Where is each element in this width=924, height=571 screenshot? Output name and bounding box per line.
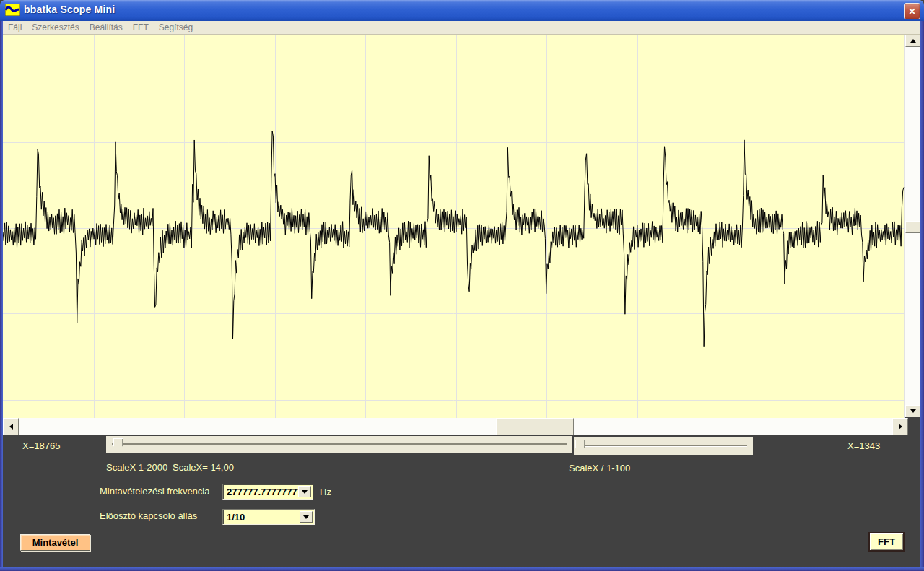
chevron-down-icon — [303, 515, 309, 522]
menu-fft[interactable]: FFT — [128, 22, 154, 32]
fft-button-label: FFT — [878, 536, 895, 547]
sample-button[interactable]: Mintavétel — [20, 534, 90, 551]
arrow-down-icon — [910, 409, 916, 416]
app-waveform-icon — [5, 4, 20, 16]
arrow-up-icon — [910, 36, 916, 43]
oscilloscope-display — [3, 35, 905, 418]
waveform-canvas — [3, 35, 905, 418]
scalex-div-slider-thumb[interactable] — [575, 440, 585, 453]
dropdown-button[interactable] — [300, 511, 313, 523]
window-title: bbatka Scope Mini — [24, 4, 115, 15]
scalex-slider-thumb[interactable] — [113, 438, 123, 451]
menu-settings[interactable]: Beállítás — [84, 22, 128, 32]
dropdown-button[interactable] — [298, 486, 311, 497]
scroll-left-button[interactable] — [3, 418, 19, 435]
slider-groove — [580, 445, 747, 447]
arrow-right-icon — [899, 424, 905, 430]
scroll-up-button[interactable] — [905, 35, 920, 47]
fft-button[interactable]: FFT — [868, 532, 905, 552]
scalex-range-label: ScaleX 1-2000 — [106, 462, 167, 473]
slider-groove — [112, 443, 567, 445]
scalex-slider[interactable] — [106, 436, 572, 453]
close-button[interactable]: ✕ — [904, 3, 920, 19]
sampling-frequency-combobox[interactable]: 277777.77777777 — [222, 484, 313, 500]
divider-switch-value: 1/10 — [227, 512, 245, 523]
window-border-right — [920, 21, 924, 567]
sampling-frequency-value: 277777.77777777 — [227, 487, 302, 497]
horizontal-scrollbar[interactable] — [3, 418, 908, 435]
scroll-right-button[interactable] — [892, 418, 908, 435]
chevron-down-icon — [302, 490, 308, 497]
vertical-scroll-thumb[interactable] — [905, 221, 920, 233]
menu-file[interactable]: Fájl — [3, 22, 27, 32]
arrow-left-icon — [6, 424, 13, 430]
sampling-frequency-label: Mintavételezési frekvencia — [100, 486, 209, 497]
hz-unit-label: Hz — [320, 487, 331, 497]
scalex-div-label: ScaleX / 1-100 — [569, 463, 630, 474]
x-position-left-label: X=18765 — [22, 440, 60, 451]
scalex-div-slider[interactable] — [574, 437, 753, 455]
title-bar[interactable]: bbatka Scope Mini ✕ — [0, 0, 924, 21]
menu-bar: Fájl Szerkesztés Beállítás FFT Segítség — [3, 21, 920, 35]
horizontal-scroll-thumb[interactable] — [496, 418, 574, 435]
scroll-down-button[interactable] — [905, 405, 920, 417]
x-position-right-label: X=1343 — [847, 440, 880, 451]
vertical-scrollbar[interactable] — [905, 35, 920, 417]
close-icon: ✕ — [908, 6, 915, 17]
menu-edit[interactable]: Szerkesztés — [27, 22, 84, 32]
scalex-value-label: ScaleX= 14,00 — [173, 462, 234, 473]
menu-help[interactable]: Segítség — [154, 22, 198, 32]
sample-button-label: Mintavétel — [32, 537, 79, 548]
divider-switch-combobox[interactable]: 1/10 — [222, 509, 315, 525]
window-border-bottom — [0, 567, 924, 571]
scope-mini-window: { "window": { "title": "bbatka Scope Min… — [0, 0, 924, 571]
divider-switch-label: Előosztó kapcsoló állás — [100, 510, 197, 521]
